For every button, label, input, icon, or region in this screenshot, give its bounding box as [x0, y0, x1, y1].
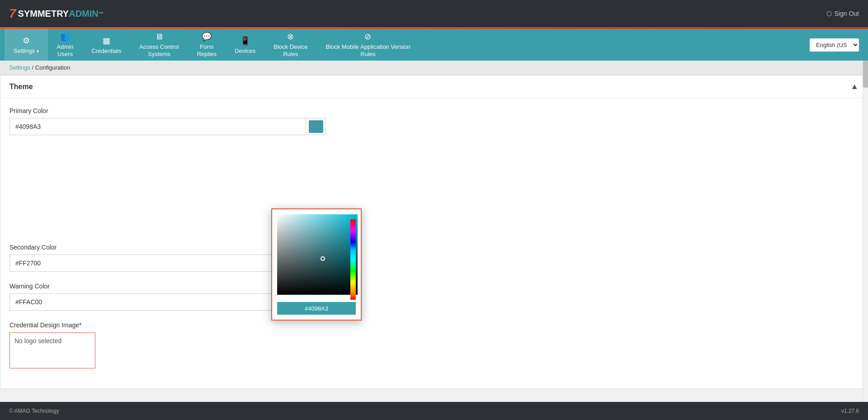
nav-credentials[interactable]: ▦ Credentials [82, 29, 130, 61]
footer-copyright: © AMAG Technology [9, 408, 59, 414]
nav-block-mobile[interactable]: ⊘ Block Mobile Application VersionRules [316, 29, 419, 61]
block-mobile-icon: ⊘ [364, 32, 371, 42]
logo-trademark: ™ [99, 11, 104, 16]
no-logo-text: No logo selected [14, 337, 61, 344]
top-bar: 7 SYMMETRY ADMIN ™ ⬡ Sign Out [0, 0, 868, 27]
nav-devices[interactable]: 📱 Devices [226, 29, 264, 61]
nav-bar: ⚙ Settings ▾ 👥 AdminUsers ▦ Credentials … [0, 29, 868, 61]
devices-icon: 📱 [240, 36, 250, 46]
credential-design-label: Credential Design Image* [9, 321, 859, 329]
scrollbar-thumb[interactable] [863, 61, 868, 88]
main-content: Theme ▲ Primary Color [0, 75, 868, 389]
credential-design-group: Credential Design Image* No logo selecte… [9, 321, 859, 368]
breadcrumb-root[interactable]: Settings [9, 64, 30, 71]
primary-color-group: Primary Color [9, 107, 859, 135]
theme-section: Theme ▲ Primary Color [0, 75, 868, 389]
nav-admin-users-label: AdminUsers [57, 43, 74, 57]
warning-color-group: Warning Color [9, 283, 859, 311]
section-header: Theme ▲ [0, 76, 868, 98]
primary-color-swatch-button[interactable] [306, 118, 326, 135]
warning-color-input[interactable] [9, 293, 306, 311]
page-scrollbar[interactable] [863, 61, 868, 402]
logo: 7 SYMMETRY ADMIN ™ [9, 6, 104, 21]
settings-icon: ⚙ [23, 36, 30, 46]
nav-form-replies-label: FormReplies [197, 43, 217, 57]
nav-access-control[interactable]: 🖥 Access ControlSystems [130, 29, 188, 61]
primary-color-label: Primary Color [9, 107, 859, 114]
block-device-icon: ⊗ [287, 32, 294, 42]
nav-access-control-label: Access ControlSystems [139, 43, 179, 57]
picker-hex-bar: #4098A3 [277, 302, 356, 315]
logo-admin: ADMIN [69, 9, 99, 19]
admin-users-icon: 👥 [60, 32, 70, 42]
picker-dark-layer [277, 214, 358, 295]
logo-icon: 7 [9, 6, 16, 21]
nav-settings[interactable]: ⚙ Settings ▾ [5, 29, 48, 61]
primary-color-input-row [9, 118, 326, 135]
color-picker-popup: #4098A3 [271, 208, 362, 321]
nav-admin-users[interactable]: 👥 AdminUsers [48, 29, 83, 61]
sign-out-button[interactable]: ⬡ Sign Out [826, 10, 859, 17]
section-title: Theme [9, 83, 33, 91]
nav-block-mobile-label: Block Mobile Application VersionRules [326, 43, 410, 57]
nav-block-device-rules-label: Block DeviceRules [274, 43, 307, 57]
picker-gradient-area[interactable] [277, 214, 358, 295]
nav-settings-label: Settings ▾ [14, 47, 39, 54]
secondary-color-group: Secondary Color [9, 244, 859, 272]
form-replies-icon: 💬 [202, 32, 212, 42]
breadcrumb: Settings / Configuration [0, 61, 868, 75]
sign-out-label: Sign Out [835, 10, 859, 17]
language-select[interactable]: English (US Spanish French [810, 38, 859, 52]
secondary-color-input[interactable] [9, 255, 306, 272]
secondary-color-label: Secondary Color [9, 244, 859, 251]
footer-version: v1.27.6 [841, 408, 859, 414]
access-control-icon: 🖥 [155, 32, 163, 42]
section-collapse-button[interactable]: ▲ [850, 82, 859, 91]
breadcrumb-separator: / [32, 64, 35, 71]
picker-hue-strip[interactable] [350, 219, 356, 300]
nav-credentials-label: Credentials [91, 47, 121, 54]
nav-devices-label: Devices [235, 47, 255, 54]
warning-color-label: Warning Color [9, 283, 859, 290]
sign-out-icon: ⬡ [826, 10, 832, 17]
credentials-icon: ▦ [103, 36, 110, 46]
breadcrumb-current: Configuration [35, 64, 70, 71]
nav-form-replies[interactable]: 💬 FormReplies [188, 29, 226, 61]
logo-symmetry: SYMMETRY [18, 9, 69, 19]
credential-design-image-box[interactable]: No logo selected [9, 332, 95, 368]
footer: © AMAG Technology v1.27.6 [0, 402, 868, 420]
nav-block-device-rules[interactable]: ⊗ Block DeviceRules [264, 29, 316, 61]
picker-hex-value: #4098A3 [305, 305, 328, 312]
section-body: Primary Color [0, 98, 868, 388]
primary-color-input[interactable] [9, 118, 306, 135]
picker-content: #4098A3 [272, 214, 361, 320]
primary-color-swatch [309, 120, 323, 133]
